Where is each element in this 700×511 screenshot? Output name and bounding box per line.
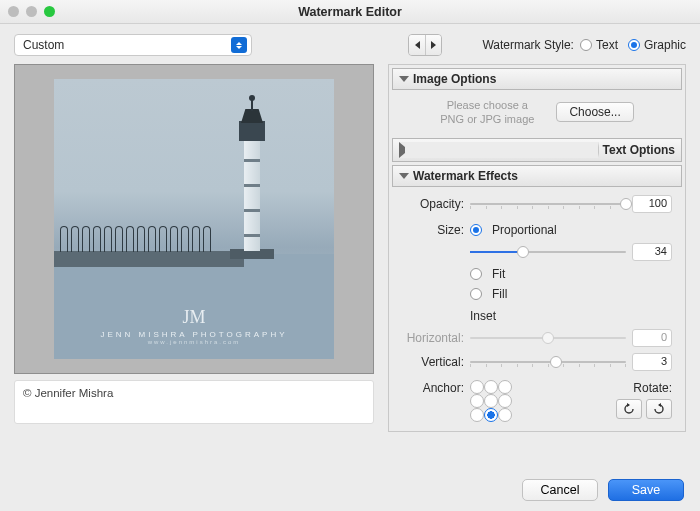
- anchor-tl[interactable]: [470, 380, 484, 394]
- anchor-bc[interactable]: [484, 408, 498, 422]
- size-fill-radio[interactable]: [470, 288, 482, 300]
- anchor-br[interactable]: [498, 408, 512, 422]
- window-title: Watermark Editor: [0, 5, 700, 19]
- anchor-tr[interactable]: [498, 380, 512, 394]
- disclosure-down-icon: [399, 76, 409, 82]
- anchor-ml[interactable]: [470, 394, 484, 408]
- size-proportional-radio[interactable]: [470, 224, 482, 236]
- size-fit-radio[interactable]: [470, 268, 482, 280]
- save-button[interactable]: Save: [608, 479, 684, 501]
- horizontal-slider: [470, 331, 626, 345]
- horizontal-value: 0: [632, 329, 672, 347]
- disclosure-right-icon: [399, 142, 599, 158]
- vertical-slider[interactable]: [470, 355, 626, 369]
- size-label: Size:: [402, 223, 464, 237]
- vertical-label: Vertical:: [402, 355, 464, 369]
- opacity-label: Opacity:: [402, 197, 464, 211]
- size-slider[interactable]: [470, 245, 626, 259]
- dialog-footer: Cancel Save: [522, 479, 684, 501]
- preset-selected-label: Custom: [23, 38, 64, 52]
- anchor-grid[interactable]: [470, 381, 512, 423]
- style-graphic-label: Graphic: [644, 38, 686, 52]
- style-graphic-radio[interactable]: [628, 39, 640, 51]
- size-value[interactable]: 34: [632, 243, 672, 261]
- vertical-value[interactable]: 3: [632, 353, 672, 371]
- rotate-ccw-button[interactable]: [616, 399, 642, 419]
- options-panel: Image Options Please choose a PNG or JPG…: [388, 64, 686, 432]
- inset-label: Inset: [470, 309, 496, 323]
- disclosure-down-icon: [399, 173, 409, 179]
- choose-button[interactable]: Choose...: [556, 102, 633, 122]
- rotate-cw-icon: [652, 403, 666, 415]
- anchor-label: Anchor:: [402, 381, 464, 395]
- anchor-mc[interactable]: [484, 394, 498, 408]
- prev-preset-button[interactable]: [409, 35, 425, 55]
- horizontal-label: Horizontal:: [402, 331, 464, 345]
- rotate-cw-button[interactable]: [646, 399, 672, 419]
- titlebar: Watermark Editor: [0, 0, 700, 24]
- opacity-slider[interactable]: [470, 197, 626, 211]
- opacity-value[interactable]: 100: [632, 195, 672, 213]
- cancel-button[interactable]: Cancel: [522, 479, 598, 501]
- anchor-bl[interactable]: [470, 408, 484, 422]
- rotate-label: Rotate:: [616, 381, 672, 395]
- preset-stepper[interactable]: [408, 34, 442, 56]
- image-hint: Please choose a PNG or JPG image: [440, 98, 534, 127]
- updown-icon: [231, 37, 247, 53]
- copyright-field[interactable]: © Jennifer Mishra: [14, 380, 374, 424]
- watermark-effects-header[interactable]: Watermark Effects: [392, 165, 682, 187]
- style-label: Watermark Style:: [482, 38, 574, 52]
- image-options-header[interactable]: Image Options: [392, 68, 682, 90]
- preset-select[interactable]: Custom: [14, 34, 252, 56]
- top-row: Custom Watermark Style: Text Graphic: [0, 24, 700, 64]
- anchor-tc[interactable]: [484, 380, 498, 394]
- rotate-ccw-icon: [622, 403, 636, 415]
- next-preset-button[interactable]: [425, 35, 441, 55]
- watermark-overlay: JM JENN MISHRA PHOTOGRAPHY www.jennmishr…: [54, 307, 334, 345]
- preview-frame: JM JENN MISHRA PHOTOGRAPHY www.jennmishr…: [14, 64, 374, 374]
- style-text-radio[interactable]: [580, 39, 592, 51]
- style-text-label: Text: [596, 38, 618, 52]
- anchor-mr[interactable]: [498, 394, 512, 408]
- text-options-header[interactable]: Text Options: [392, 138, 682, 162]
- preview-image: JM JENN MISHRA PHOTOGRAPHY www.jennmishr…: [54, 79, 334, 359]
